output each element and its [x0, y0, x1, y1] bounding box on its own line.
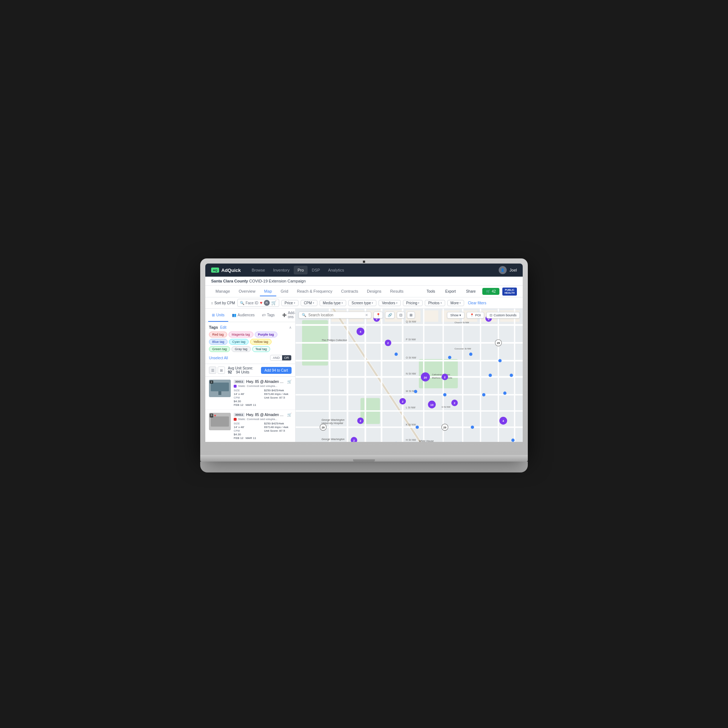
screen-type-filter[interactable]: Screen type ▾	[348, 300, 376, 306]
svg-text:4: 4	[502, 419, 504, 423]
nav-browse[interactable]: Browse	[248, 266, 269, 274]
clear-filters-button[interactable]: Clear filters	[468, 301, 486, 305]
cart-filter-icon[interactable]: 🛒	[271, 300, 277, 305]
tab-reach-frequency[interactable]: Reach & Frequency	[293, 287, 337, 296]
poi-label: POI	[475, 314, 481, 317]
tab-designs[interactable]: Designs	[362, 287, 386, 296]
unselect-all-button[interactable]: Unselect All	[209, 356, 228, 360]
size-label: SIZE	[234, 422, 262, 425]
face-id-label: Face ID	[246, 301, 258, 305]
frame-tool-button[interactable]: ⊞	[407, 312, 415, 318]
pricing-filter[interactable]: Pricing ▾	[403, 300, 423, 306]
map-search-icon: 🔍	[302, 313, 306, 317]
tag-red[interactable]: Red tag	[209, 332, 227, 337]
tab-grid[interactable]: Grid	[276, 287, 293, 296]
map-search-clear[interactable]: ✕	[365, 313, 368, 317]
svg-point-111	[471, 425, 474, 429]
avg-score-label: Avg Unit Score:	[228, 366, 253, 370]
sub-nav: Manage Overview Map Grid Reach & Frequen…	[205, 286, 523, 297]
units-icon: ⊞	[212, 313, 215, 317]
tab-units[interactable]: ⊞ Units	[208, 309, 228, 322]
pin-tool-button[interactable]: 📍	[373, 312, 383, 318]
listing-price: $250-$425/4wk	[264, 389, 292, 392]
tab-map[interactable]: Map	[260, 287, 276, 296]
favorite-icon[interactable]: ♥	[260, 300, 262, 305]
listing-cart-icon[interactable]: 🛒	[287, 380, 292, 384]
tab-overview[interactable]: Overview	[234, 287, 260, 296]
link-tool-button[interactable]: 🔗	[385, 312, 395, 318]
map-search[interactable]: 🔍 ✕	[298, 312, 371, 318]
logo-text: AdQuick	[221, 268, 241, 273]
bounds-icon: ⊡	[489, 314, 492, 317]
thumb-badge: 1	[210, 380, 213, 384]
bounds-label: Custom bounds	[494, 314, 517, 317]
tab-results[interactable]: Results	[386, 287, 408, 296]
map-search-input[interactable]	[308, 313, 363, 317]
media-type-filter[interactable]: Media type ▾	[320, 300, 346, 306]
nav-inventory[interactable]: Inventory	[269, 266, 293, 274]
tag-teal[interactable]: Teal tag	[252, 346, 271, 352]
list-view-button[interactable]: ☰	[209, 367, 216, 374]
svg-text:4: 4	[359, 330, 361, 333]
media-type-label: Media type	[323, 301, 341, 305]
tag-magenta[interactable]: Magenta tag	[229, 332, 253, 337]
svg-rect-2	[219, 391, 221, 395]
nav-dsp[interactable]: DSP	[308, 266, 324, 274]
listing-item: 9 ♥ 30011 Hwy. 85 @ Almaden Ranch...	[205, 410, 295, 442]
tag-gray[interactable]: Gray tag	[231, 346, 251, 352]
tab-contracts[interactable]: Contracts	[337, 287, 362, 296]
tab-addons[interactable]: ➕ Add-ons	[278, 309, 295, 322]
r-badge: R	[264, 300, 270, 306]
nav-pro[interactable]: Pro	[294, 266, 307, 274]
listing-price: $250-$425/4wk	[264, 422, 292, 425]
nav-analytics[interactable]: Analytics	[324, 266, 348, 274]
sort-by-cpm[interactable]: ↕ Sort by CPM	[211, 301, 235, 305]
add-to-cart-button[interactable]: Add 94 to Cart	[261, 367, 292, 374]
status-dot	[234, 385, 237, 388]
export-button[interactable]: Export	[442, 288, 459, 295]
tag-blue[interactable]: Blue tag	[209, 339, 228, 345]
svg-text:George Washington: George Washington	[321, 438, 344, 441]
custom-bounds-button[interactable]: ⊡ Custom bounds	[486, 312, 520, 318]
cpm-filter[interactable]: CPM ▾	[301, 300, 317, 306]
tab-audiences[interactable]: 👥 Audiences	[228, 309, 258, 322]
tag-yellow[interactable]: Yellow tag	[250, 339, 272, 345]
listing-cart-icon[interactable]: 🛒	[287, 413, 292, 417]
grid-view-button[interactable]: ⊞	[218, 367, 225, 374]
tag-green[interactable]: Green tag	[209, 346, 230, 352]
listing-score: Unit Score: 87.5	[264, 396, 292, 399]
pricing-chevron: ▾	[418, 301, 419, 305]
listing-end: MAR 11	[246, 403, 256, 407]
tags-title: Tags	[209, 325, 218, 329]
listing-item: 1 30011 Hwy. 85 @ Almaden Ranch... 🛒	[205, 377, 295, 410]
listing-id: 30011	[234, 380, 245, 384]
svg-text:2: 2	[353, 439, 355, 442]
more-filter[interactable]: More ▾	[447, 300, 465, 306]
tag-cyan[interactable]: Cyan tag	[229, 339, 249, 345]
cart-button[interactable]: 🛒 42	[482, 288, 499, 295]
tags-edit-button[interactable]: Edit	[220, 326, 226, 329]
tab-manage[interactable]: Manage	[211, 287, 234, 296]
face-id-search[interactable]: 🔍 Face ID ♥ R 🛒	[237, 299, 279, 307]
crop-tool-button[interactable]: ⊡	[397, 312, 405, 318]
listing-id: 30011	[234, 413, 245, 417]
vendors-filter[interactable]: Vendors ▾	[379, 300, 401, 306]
tags-icon: 🏷	[262, 313, 266, 317]
share-button[interactable]: Share	[462, 288, 479, 295]
or-button[interactable]: OR	[282, 355, 292, 360]
and-button[interactable]: AND	[271, 355, 282, 360]
show-button[interactable]: Show ▾	[447, 312, 465, 318]
photos-filter[interactable]: Photos ▾	[425, 300, 445, 306]
listings: 1 30011 Hwy. 85 @ Almaden Ranch... 🛒	[205, 377, 295, 442]
listing-info: 30011 Hwy. 85 @ Almaden Ranch... 🛒 Stati…	[234, 413, 292, 440]
tags-collapse-button[interactable]: ∧	[289, 326, 292, 329]
photos-label: Photos	[428, 301, 439, 305]
poi-button[interactable]: 📍 POI	[466, 312, 484, 318]
price-filter[interactable]: Price ▾	[281, 300, 298, 306]
laptop-base	[200, 455, 528, 462]
tools-button[interactable]: Tools	[423, 288, 439, 295]
cart-icon: 🛒	[486, 289, 490, 294]
tab-tags[interactable]: 🏷 Tags	[258, 309, 278, 322]
tag-purple[interactable]: Purple tag	[255, 332, 277, 337]
laptop-body: AQ AdQuick Browse Inventory Pro DSP Anal…	[200, 258, 528, 455]
